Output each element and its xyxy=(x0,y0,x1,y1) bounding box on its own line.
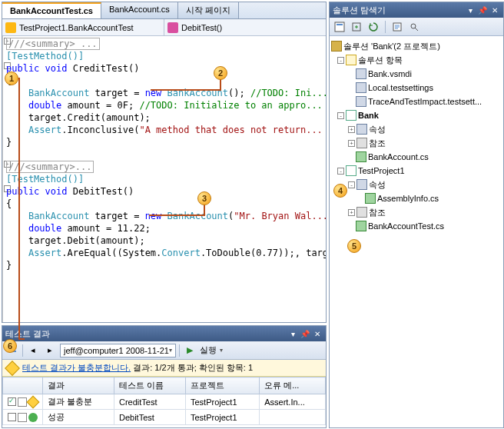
code-text[interactable]: ///<summary> ... [TestMethod()] public v… xyxy=(3,36,326,322)
status-text: 결과: 1/2개 통과; 확인된 항목: 1 xyxy=(131,363,253,372)
expander-icon[interactable]: - xyxy=(337,112,344,119)
nav-type-label: TestProject1.BankAccountTest xyxy=(19,23,134,32)
editor-nav-bar: TestProject1.BankAccountTest DebitTest() xyxy=(2,19,326,36)
pin-icon[interactable]: 📌 xyxy=(477,5,488,15)
test-results-title: 테스트 결과 xyxy=(5,328,50,340)
cs-file-icon xyxy=(365,193,376,204)
vsmdi-icon xyxy=(356,68,366,79)
chevron-down-icon: ▾ xyxy=(169,347,172,354)
tree-project-testproject1[interactable]: -TestProject1 xyxy=(331,164,502,178)
test-status-bar: 테스트 결과가 불충분합니다. 결과: 1/2개 통과; 확인된 항목: 1 xyxy=(2,360,326,377)
show-all-button[interactable] xyxy=(350,20,363,34)
tree-item[interactable]: TraceAndTestImpact.testsett... xyxy=(331,95,502,108)
settings-icon xyxy=(356,82,366,93)
csproj-icon xyxy=(346,165,356,176)
code-area[interactable]: + - + - ///<summary> ... [TestMethod()] … xyxy=(2,36,326,322)
tree-item[interactable]: Bank.vsmdi xyxy=(331,67,502,81)
solution-explorer-title-bar: 솔루션 탐색기 ▾ 📌 ✕ xyxy=(330,2,503,18)
test-icon xyxy=(18,413,27,422)
close-icon[interactable]: ✕ xyxy=(489,5,500,15)
tree-cs-file[interactable]: AssemblyInfo.cs xyxy=(331,191,502,205)
close-icon[interactable]: ✕ xyxy=(312,328,323,339)
run-button[interactable]: ▶ xyxy=(183,344,197,358)
test-results-toolbar: ◂ ▸ jeff@computer1 2008-11-21▾ ▶ 실행 ▾ xyxy=(2,341,326,360)
solution-tree[interactable]: 솔루션 'Bank'(2 프로젝트) -솔루션 항목 Bank.vsmdi Lo… xyxy=(330,36,503,427)
tree-root[interactable]: 솔루션 'Bank'(2 프로젝트) xyxy=(331,39,502,53)
test-results-grid[interactable]: 결과 테스트 이름 프로젝트 오류 메... 결과 불충분 CreditTest… xyxy=(2,377,326,425)
refresh-button[interactable] xyxy=(366,20,380,34)
solution-icon xyxy=(331,41,342,52)
view-code-button[interactable] xyxy=(390,20,404,34)
col-result[interactable]: 결과 xyxy=(43,377,114,394)
properties-icon xyxy=(356,124,367,135)
view-designer-button[interactable] xyxy=(407,20,421,34)
cs-file-icon xyxy=(356,221,366,231)
result-pass-icon xyxy=(28,413,38,422)
solution-explorer-pane: 솔루션 탐색기 ▾ 📌 ✕ 솔루션 'Bank'(2 프로젝트) -솔루션 항목… xyxy=(329,2,504,428)
tree-cs-file[interactable]: BankAccount.cs xyxy=(331,150,502,164)
nav-member-label: DebitTest() xyxy=(181,23,222,32)
tree-project-bank[interactable]: -Bank xyxy=(331,108,502,122)
cs-file-icon xyxy=(356,151,366,162)
tree-references[interactable]: +참조 xyxy=(331,136,502,150)
expander-icon[interactable]: - xyxy=(337,57,344,64)
col-project[interactable]: 프로젝트 xyxy=(185,377,259,394)
tree-properties[interactable]: +속성 xyxy=(331,122,502,136)
run-label: 실행 xyxy=(200,344,217,356)
next-result-button[interactable]: ▸ xyxy=(43,344,57,358)
col-icons[interactable] xyxy=(3,377,43,394)
tree-properties[interactable]: -속성 xyxy=(331,178,502,191)
expander-icon[interactable]: + xyxy=(348,140,355,147)
warning-icon xyxy=(5,361,20,376)
tree-cs-file[interactable]: BankAccountTest.cs xyxy=(331,219,502,233)
tree-item[interactable]: Local.testsettings xyxy=(331,81,502,95)
prev-result-button[interactable]: ◂ xyxy=(26,344,40,358)
expander-icon[interactable]: - xyxy=(348,181,355,188)
nav-type-dropdown[interactable]: TestProject1.BankAccountTest xyxy=(2,19,164,35)
callout-4: 4 xyxy=(333,184,347,198)
pin-icon[interactable]: 📌 xyxy=(300,328,310,339)
class-icon xyxy=(5,22,16,33)
test-run-combo[interactable]: jeff@computer1 2008-11-21▾ xyxy=(60,344,176,358)
tree-solution-items[interactable]: -솔루션 항목 xyxy=(331,53,502,67)
tab-bankaccount[interactable]: BankAccount.cs xyxy=(101,2,178,18)
checkbox[interactable] xyxy=(8,413,16,421)
csproj-icon xyxy=(346,110,356,121)
callout-2: 2 xyxy=(214,66,227,80)
references-icon xyxy=(356,138,367,148)
editor-tab-strip: BankAccountTest.cs BankAccount.cs 시작 페이지 xyxy=(2,2,326,19)
col-testname[interactable]: 테스트 이름 xyxy=(114,377,185,394)
test-row[interactable]: 결과 불충분 CreditTest TestProject1 Assert.In… xyxy=(3,394,326,410)
expander-icon[interactable]: + xyxy=(348,209,355,216)
code-editor-pane: BankAccountTest.cs BankAccount.cs 시작 페이지… xyxy=(2,2,327,323)
references-icon xyxy=(356,207,367,218)
tree-references[interactable]: +참조 xyxy=(331,205,502,219)
callout-3: 3 xyxy=(197,191,211,205)
test-results-title-bar: 테스트 결과 ▾ 📌 ✕ xyxy=(2,326,326,341)
dropdown-icon[interactable]: ▾ xyxy=(465,5,476,15)
checkbox[interactable] xyxy=(8,397,16,406)
svg-rect-0 xyxy=(335,22,344,32)
expander-icon[interactable]: + xyxy=(348,126,355,133)
properties-icon xyxy=(356,179,367,190)
tab-startpage[interactable]: 시작 페이지 xyxy=(178,2,239,18)
dropdown-icon[interactable]: ▾ xyxy=(287,328,298,339)
col-error[interactable]: 오류 메... xyxy=(260,377,326,394)
status-link[interactable]: 테스트 결과가 불충분합니다. xyxy=(22,363,131,372)
nav-member-dropdown[interactable]: DebitTest() xyxy=(164,19,326,35)
solution-explorer-title: 솔루션 탐색기 xyxy=(333,5,386,16)
properties-button[interactable] xyxy=(333,20,346,34)
callout-5: 5 xyxy=(347,239,361,253)
expander-icon[interactable]: - xyxy=(337,168,344,175)
settings-icon xyxy=(356,96,366,107)
test-results-pane: 테스트 결과 ▾ 📌 ✕ ◂ ▸ jeff@computer1 2008-11-… xyxy=(2,325,327,428)
callout-6: 6 xyxy=(3,339,17,353)
tab-bankaccounttest[interactable]: BankAccountTest.cs xyxy=(2,2,101,18)
callout-1: 1 xyxy=(5,72,18,85)
solution-toolbar xyxy=(330,18,503,36)
method-icon xyxy=(167,22,178,33)
test-row[interactable]: 성공 DebitTest TestProject1 xyxy=(3,410,326,425)
result-warn-icon xyxy=(27,395,40,408)
folder-icon xyxy=(346,55,356,65)
svg-rect-1 xyxy=(337,24,343,25)
